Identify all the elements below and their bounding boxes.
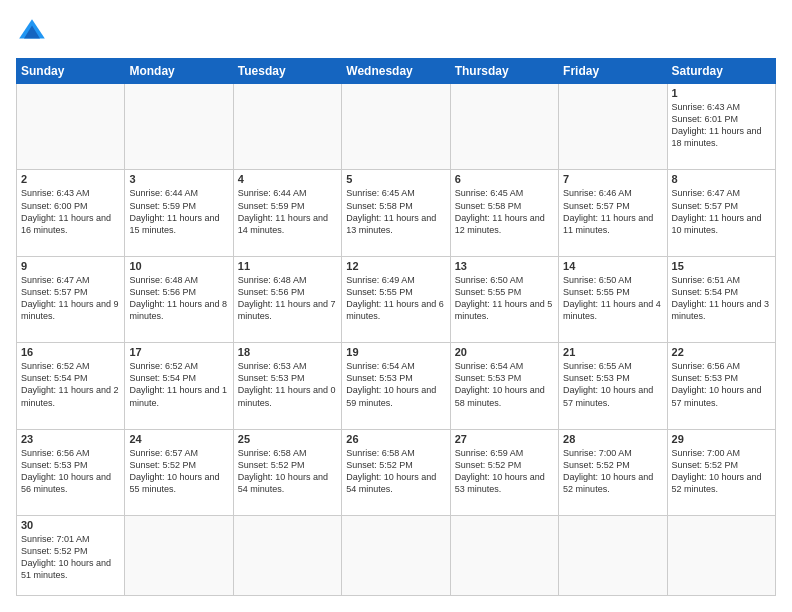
calendar-cell: 7Sunrise: 6:46 AM Sunset: 5:57 PM Daylig… <box>559 170 667 256</box>
day-number: 17 <box>129 346 228 358</box>
day-number: 30 <box>21 519 120 531</box>
calendar-cell <box>559 515 667 595</box>
calendar-cell: 15Sunrise: 6:51 AM Sunset: 5:54 PM Dayli… <box>667 256 775 342</box>
calendar-cell: 16Sunrise: 6:52 AM Sunset: 5:54 PM Dayli… <box>17 343 125 429</box>
day-number: 4 <box>238 173 337 185</box>
day-info: Sunrise: 6:59 AM Sunset: 5:52 PM Dayligh… <box>455 447 554 496</box>
calendar-cell <box>125 84 233 170</box>
calendar-cell: 30Sunrise: 7:01 AM Sunset: 5:52 PM Dayli… <box>17 515 125 595</box>
calendar-cell <box>233 84 341 170</box>
day-number: 28 <box>563 433 662 445</box>
weekday-header-tuesday: Tuesday <box>233 59 341 84</box>
day-info: Sunrise: 6:46 AM Sunset: 5:57 PM Dayligh… <box>563 187 662 236</box>
calendar-cell: 8Sunrise: 6:47 AM Sunset: 5:57 PM Daylig… <box>667 170 775 256</box>
calendar-cell <box>667 515 775 595</box>
day-number: 29 <box>672 433 771 445</box>
day-info: Sunrise: 6:47 AM Sunset: 5:57 PM Dayligh… <box>672 187 771 236</box>
day-number: 3 <box>129 173 228 185</box>
calendar-cell: 26Sunrise: 6:58 AM Sunset: 5:52 PM Dayli… <box>342 429 450 515</box>
day-info: Sunrise: 6:51 AM Sunset: 5:54 PM Dayligh… <box>672 274 771 323</box>
weekday-header-sunday: Sunday <box>17 59 125 84</box>
calendar-cell: 11Sunrise: 6:48 AM Sunset: 5:56 PM Dayli… <box>233 256 341 342</box>
week-row-0: 1Sunrise: 6:43 AM Sunset: 6:01 PM Daylig… <box>17 84 776 170</box>
calendar-table: SundayMondayTuesdayWednesdayThursdayFrid… <box>16 58 776 596</box>
calendar-cell: 6Sunrise: 6:45 AM Sunset: 5:58 PM Daylig… <box>450 170 558 256</box>
day-info: Sunrise: 6:44 AM Sunset: 5:59 PM Dayligh… <box>238 187 337 236</box>
calendar-cell <box>450 84 558 170</box>
day-number: 25 <box>238 433 337 445</box>
calendar-cell: 23Sunrise: 6:56 AM Sunset: 5:53 PM Dayli… <box>17 429 125 515</box>
calendar-cell: 22Sunrise: 6:56 AM Sunset: 5:53 PM Dayli… <box>667 343 775 429</box>
day-number: 9 <box>21 260 120 272</box>
day-number: 12 <box>346 260 445 272</box>
week-row-2: 9Sunrise: 6:47 AM Sunset: 5:57 PM Daylig… <box>17 256 776 342</box>
weekday-header-row: SundayMondayTuesdayWednesdayThursdayFrid… <box>17 59 776 84</box>
day-info: Sunrise: 6:58 AM Sunset: 5:52 PM Dayligh… <box>238 447 337 496</box>
calendar-cell: 1Sunrise: 6:43 AM Sunset: 6:01 PM Daylig… <box>667 84 775 170</box>
calendar-cell: 4Sunrise: 6:44 AM Sunset: 5:59 PM Daylig… <box>233 170 341 256</box>
calendar-cell <box>450 515 558 595</box>
day-number: 23 <box>21 433 120 445</box>
day-info: Sunrise: 6:52 AM Sunset: 5:54 PM Dayligh… <box>129 360 228 409</box>
day-number: 24 <box>129 433 228 445</box>
week-row-5: 30Sunrise: 7:01 AM Sunset: 5:52 PM Dayli… <box>17 515 776 595</box>
day-info: Sunrise: 6:45 AM Sunset: 5:58 PM Dayligh… <box>346 187 445 236</box>
week-row-4: 23Sunrise: 6:56 AM Sunset: 5:53 PM Dayli… <box>17 429 776 515</box>
calendar-cell <box>125 515 233 595</box>
calendar-cell: 28Sunrise: 7:00 AM Sunset: 5:52 PM Dayli… <box>559 429 667 515</box>
day-info: Sunrise: 6:54 AM Sunset: 5:53 PM Dayligh… <box>455 360 554 409</box>
day-number: 18 <box>238 346 337 358</box>
day-number: 19 <box>346 346 445 358</box>
calendar-cell: 21Sunrise: 6:55 AM Sunset: 5:53 PM Dayli… <box>559 343 667 429</box>
calendar-cell: 29Sunrise: 7:00 AM Sunset: 5:52 PM Dayli… <box>667 429 775 515</box>
calendar-cell <box>342 515 450 595</box>
calendar-cell: 3Sunrise: 6:44 AM Sunset: 5:59 PM Daylig… <box>125 170 233 256</box>
day-number: 27 <box>455 433 554 445</box>
day-info: Sunrise: 6:52 AM Sunset: 5:54 PM Dayligh… <box>21 360 120 409</box>
calendar-cell: 5Sunrise: 6:45 AM Sunset: 5:58 PM Daylig… <box>342 170 450 256</box>
calendar-cell: 20Sunrise: 6:54 AM Sunset: 5:53 PM Dayli… <box>450 343 558 429</box>
day-number: 16 <box>21 346 120 358</box>
week-row-3: 16Sunrise: 6:52 AM Sunset: 5:54 PM Dayli… <box>17 343 776 429</box>
day-info: Sunrise: 6:44 AM Sunset: 5:59 PM Dayligh… <box>129 187 228 236</box>
day-number: 11 <box>238 260 337 272</box>
calendar-cell: 2Sunrise: 6:43 AM Sunset: 6:00 PM Daylig… <box>17 170 125 256</box>
day-info: Sunrise: 6:53 AM Sunset: 5:53 PM Dayligh… <box>238 360 337 409</box>
calendar-cell: 17Sunrise: 6:52 AM Sunset: 5:54 PM Dayli… <box>125 343 233 429</box>
calendar-cell <box>233 515 341 595</box>
day-info: Sunrise: 6:50 AM Sunset: 5:55 PM Dayligh… <box>455 274 554 323</box>
day-info: Sunrise: 7:01 AM Sunset: 5:52 PM Dayligh… <box>21 533 120 582</box>
day-number: 5 <box>346 173 445 185</box>
calendar-cell: 13Sunrise: 6:50 AM Sunset: 5:55 PM Dayli… <box>450 256 558 342</box>
day-info: Sunrise: 6:48 AM Sunset: 5:56 PM Dayligh… <box>238 274 337 323</box>
week-row-1: 2Sunrise: 6:43 AM Sunset: 6:00 PM Daylig… <box>17 170 776 256</box>
day-number: 13 <box>455 260 554 272</box>
day-info: Sunrise: 7:00 AM Sunset: 5:52 PM Dayligh… <box>563 447 662 496</box>
calendar-cell: 10Sunrise: 6:48 AM Sunset: 5:56 PM Dayli… <box>125 256 233 342</box>
calendar-cell: 18Sunrise: 6:53 AM Sunset: 5:53 PM Dayli… <box>233 343 341 429</box>
day-number: 1 <box>672 87 771 99</box>
day-info: Sunrise: 6:43 AM Sunset: 6:00 PM Dayligh… <box>21 187 120 236</box>
weekday-header-wednesday: Wednesday <box>342 59 450 84</box>
day-info: Sunrise: 6:55 AM Sunset: 5:53 PM Dayligh… <box>563 360 662 409</box>
calendar-cell: 14Sunrise: 6:50 AM Sunset: 5:55 PM Dayli… <box>559 256 667 342</box>
calendar-cell: 24Sunrise: 6:57 AM Sunset: 5:52 PM Dayli… <box>125 429 233 515</box>
calendar-cell <box>17 84 125 170</box>
day-info: Sunrise: 7:00 AM Sunset: 5:52 PM Dayligh… <box>672 447 771 496</box>
calendar-cell: 19Sunrise: 6:54 AM Sunset: 5:53 PM Dayli… <box>342 343 450 429</box>
day-info: Sunrise: 6:45 AM Sunset: 5:58 PM Dayligh… <box>455 187 554 236</box>
weekday-header-monday: Monday <box>125 59 233 84</box>
day-info: Sunrise: 6:57 AM Sunset: 5:52 PM Dayligh… <box>129 447 228 496</box>
day-info: Sunrise: 6:43 AM Sunset: 6:01 PM Dayligh… <box>672 101 771 150</box>
day-info: Sunrise: 6:48 AM Sunset: 5:56 PM Dayligh… <box>129 274 228 323</box>
day-info: Sunrise: 6:58 AM Sunset: 5:52 PM Dayligh… <box>346 447 445 496</box>
day-number: 21 <box>563 346 662 358</box>
day-number: 26 <box>346 433 445 445</box>
day-number: 7 <box>563 173 662 185</box>
day-number: 20 <box>455 346 554 358</box>
weekday-header-thursday: Thursday <box>450 59 558 84</box>
calendar-cell: 27Sunrise: 6:59 AM Sunset: 5:52 PM Dayli… <box>450 429 558 515</box>
day-info: Sunrise: 6:56 AM Sunset: 5:53 PM Dayligh… <box>672 360 771 409</box>
calendar-cell <box>342 84 450 170</box>
calendar-cell <box>559 84 667 170</box>
